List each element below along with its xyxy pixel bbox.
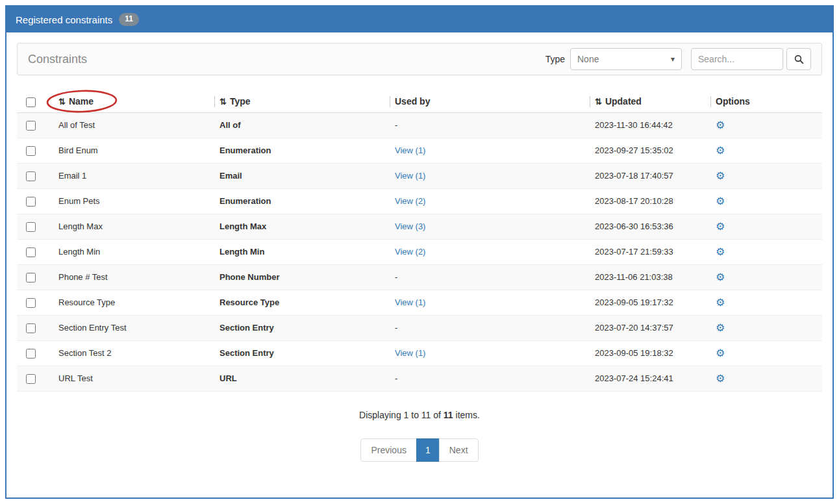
gear-icon[interactable]: ⚙ bbox=[716, 195, 725, 207]
gear-icon[interactable]: ⚙ bbox=[716, 145, 725, 156]
gear-icon[interactable]: ⚙ bbox=[716, 322, 725, 333]
gear-icon[interactable]: ⚙ bbox=[716, 120, 725, 131]
column-header-updated[interactable]: ⇅Updated bbox=[590, 91, 710, 112]
row-checkbox[interactable] bbox=[26, 247, 36, 257]
table-row: Enum Pets Enumeration View (2) 2023-08-1… bbox=[17, 188, 822, 214]
updated-timestamp: 2023-09-27 15:35:02 bbox=[590, 138, 710, 163]
updated-timestamp: 2023-06-30 16:53:36 bbox=[590, 214, 710, 239]
gear-icon[interactable]: ⚙ bbox=[716, 221, 725, 232]
constraint-type: Length Min bbox=[214, 239, 390, 264]
used-by-value: - bbox=[395, 373, 397, 383]
row-checkbox[interactable] bbox=[26, 121, 36, 131]
page-1-button[interactable]: 1 bbox=[416, 438, 440, 462]
type-filter-value: None bbox=[577, 54, 599, 64]
pagination: Previous 1 Next bbox=[17, 438, 822, 462]
view-link[interactable]: View (1) bbox=[395, 348, 425, 358]
gear-icon[interactable]: ⚙ bbox=[716, 246, 725, 257]
row-checkbox[interactable] bbox=[26, 323, 36, 333]
sort-icon: ⇅ bbox=[595, 97, 602, 107]
table-row: Resource Type Resource Type View (1) 202… bbox=[17, 290, 822, 315]
column-header-name[interactable]: ⇅Name bbox=[53, 91, 214, 112]
panel-title: Registered constraints bbox=[16, 14, 112, 25]
constraint-name: Phone # Test bbox=[53, 264, 214, 290]
used-by-value: - bbox=[395, 323, 397, 333]
constraint-type: Enumeration bbox=[214, 188, 390, 214]
used-by-value: - bbox=[395, 272, 397, 282]
panel-header: Registered constraints 11 bbox=[6, 6, 833, 32]
constraint-type: URL bbox=[214, 366, 390, 391]
constraint-name: All of Test bbox=[53, 112, 214, 138]
updated-timestamp: 2023-07-20 14:37:57 bbox=[590, 315, 710, 340]
select-all-checkbox[interactable] bbox=[26, 97, 36, 107]
column-header-options: Options bbox=[710, 91, 822, 112]
constraints-panel: Registered constraints 11 Constraints Ty… bbox=[5, 5, 834, 499]
used-by-value: - bbox=[395, 120, 397, 130]
gear-icon[interactable]: ⚙ bbox=[716, 297, 725, 308]
table-header-row: ⇅Name ⇅Type Used by ⇅Updated bbox=[17, 91, 822, 112]
type-filter-select[interactable]: None ▾ bbox=[570, 48, 682, 70]
column-header-type[interactable]: ⇅Type bbox=[214, 91, 390, 112]
search-icon bbox=[794, 55, 804, 64]
updated-timestamp: 2023-07-17 21:59:33 bbox=[590, 239, 710, 264]
view-link[interactable]: View (2) bbox=[395, 247, 425, 257]
table-row: Email 1 Email View (1) 2023-07-18 17:40:… bbox=[17, 163, 822, 188]
constraint-name: Resource Type bbox=[53, 290, 214, 315]
column-header-select-all bbox=[17, 91, 53, 112]
row-checkbox[interactable] bbox=[26, 273, 36, 283]
toolbar-title: Constraints bbox=[28, 53, 87, 66]
toolbar: Constraints Type None ▾ bbox=[17, 43, 822, 75]
row-checkbox[interactable] bbox=[26, 146, 36, 156]
row-checkbox[interactable] bbox=[26, 171, 36, 181]
row-checkbox[interactable] bbox=[26, 349, 36, 359]
constraint-type: Length Max bbox=[214, 214, 390, 239]
gear-icon[interactable]: ⚙ bbox=[716, 271, 725, 283]
table-row: All of Test All of - 2023-11-30 16:44:42… bbox=[17, 112, 822, 138]
view-link[interactable]: View (1) bbox=[395, 297, 425, 307]
page: Registered constraints 11 Constraints Ty… bbox=[0, 0, 839, 504]
row-checkbox[interactable] bbox=[26, 197, 36, 207]
constraint-type: Phone Number bbox=[214, 264, 390, 290]
count-badge: 11 bbox=[119, 13, 139, 25]
gear-icon[interactable]: ⚙ bbox=[716, 170, 725, 181]
previous-page-button[interactable]: Previous bbox=[360, 438, 416, 462]
table-row: Length Max Length Max View (3) 2023-06-3… bbox=[17, 214, 822, 239]
sort-icon: ⇅ bbox=[219, 97, 227, 107]
search-input[interactable] bbox=[691, 48, 783, 70]
constraint-type: Resource Type bbox=[214, 290, 390, 315]
chevron-down-icon: ▾ bbox=[671, 55, 675, 64]
table-row: Phone # Test Phone Number - 2023-11-06 2… bbox=[17, 264, 822, 290]
constraint-type: Email bbox=[214, 163, 390, 188]
constraint-type: Section Entry bbox=[214, 340, 390, 366]
toolbar-controls: Type None ▾ bbox=[545, 48, 811, 70]
table-row: URL Test URL - 2023-07-24 15:24:41 ⚙ bbox=[17, 366, 822, 391]
table-row: Length Min Length Min View (2) 2023-07-1… bbox=[17, 239, 822, 264]
constraint-name: Length Max bbox=[53, 214, 214, 239]
updated-timestamp: 2023-07-18 17:40:57 bbox=[590, 163, 710, 188]
updated-timestamp: 2023-11-30 16:44:42 bbox=[590, 112, 710, 138]
constraint-name: Enum Pets bbox=[53, 188, 214, 214]
results-summary: Displaying 1 to 11 of 11 items. bbox=[17, 410, 822, 420]
updated-timestamp: 2023-07-24 15:24:41 bbox=[590, 366, 710, 391]
row-checkbox[interactable] bbox=[26, 298, 36, 308]
row-checkbox[interactable] bbox=[26, 222, 36, 232]
constraint-name: Section Entry Test bbox=[53, 315, 214, 340]
constraint-name: Section Test 2 bbox=[53, 340, 214, 366]
row-checkbox[interactable] bbox=[26, 374, 36, 384]
table-row: Section Test 2 Section Entry View (1) 20… bbox=[17, 340, 822, 366]
constraint-type: All of bbox=[214, 112, 390, 138]
view-link[interactable]: View (2) bbox=[395, 196, 425, 206]
search-button[interactable] bbox=[786, 48, 811, 70]
updated-timestamp: 2023-09-05 19:17:32 bbox=[590, 290, 710, 315]
view-link[interactable]: View (1) bbox=[395, 171, 425, 181]
view-link[interactable]: View (3) bbox=[395, 221, 425, 231]
table-row: Bird Enum Enumeration View (1) 2023-09-2… bbox=[17, 138, 822, 163]
gear-icon[interactable]: ⚙ bbox=[716, 373, 725, 384]
gear-icon[interactable]: ⚙ bbox=[716, 347, 725, 359]
updated-timestamp: 2023-08-17 20:10:28 bbox=[590, 188, 710, 214]
next-page-button[interactable]: Next bbox=[439, 438, 479, 462]
view-link[interactable]: View (1) bbox=[395, 145, 425, 155]
panel-body: Constraints Type None ▾ bbox=[6, 32, 833, 472]
updated-timestamp: 2023-09-05 19:18:32 bbox=[590, 340, 710, 366]
updated-timestamp: 2023-11-06 21:03:38 bbox=[590, 264, 710, 290]
constraints-table: ⇅Name ⇅Type Used by ⇅Updated bbox=[17, 91, 822, 392]
